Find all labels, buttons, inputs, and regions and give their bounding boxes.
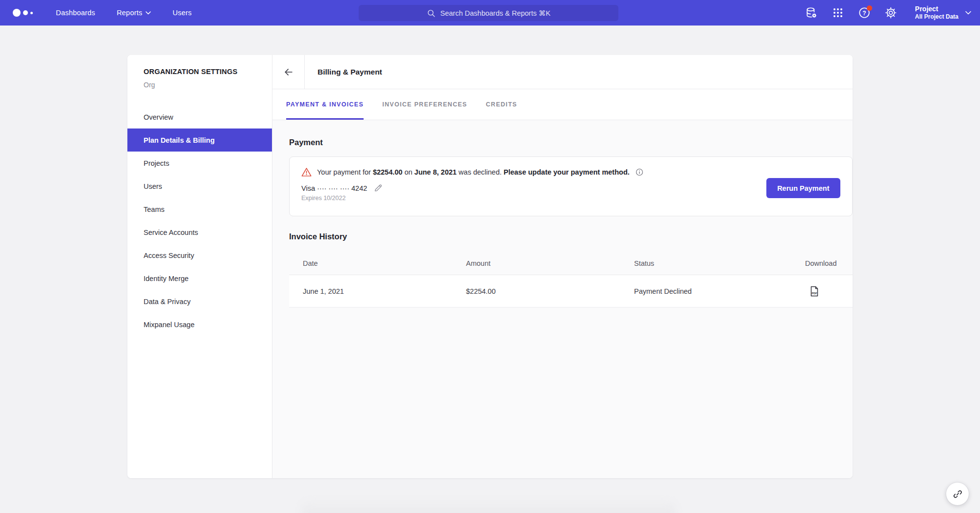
sidebar-item-label: Overview: [144, 113, 173, 121]
page-header: Billing & Payment: [272, 55, 853, 89]
mixpanel-logo-icon[interactable]: [13, 9, 38, 17]
warning-icon: [301, 167, 312, 177]
sidebar-item-service-accounts[interactable]: Service Accounts: [127, 221, 272, 244]
alert-mid: on: [402, 168, 414, 176]
sidebar-item-teams[interactable]: Teams: [127, 198, 272, 221]
chevron-down-icon: [146, 11, 151, 15]
column-header-date: Date: [303, 259, 466, 267]
payment-method-row: Visa ···· ···· ···· 4242: [301, 183, 840, 193]
sidebar-menu: Overview Plan Details & Billing Projects…: [127, 105, 272, 336]
sidebar-item-label: Access Security: [144, 252, 194, 259]
alert-declined: was declined.: [457, 168, 504, 176]
sidebar-item-users[interactable]: Users: [127, 175, 272, 198]
sidebar-item-label: Data & Privacy: [144, 298, 191, 306]
apps-grid-icon[interactable]: [832, 6, 844, 19]
alert-text: Your payment for $2254.00 on June 8, 202…: [317, 168, 630, 176]
sidebar-item-label: Teams: [144, 205, 165, 213]
project-label: Project: [915, 5, 958, 14]
sidebar-item-identity-merge[interactable]: Identity Merge: [127, 267, 272, 290]
sidebar-item-label: Projects: [144, 159, 169, 167]
top-navbar: Dashboards Reports Users Search Dashboar…: [0, 0, 980, 26]
sidebar-item-plan-details-billing[interactable]: Plan Details & Billing: [127, 128, 272, 152]
project-switcher-text: Project All Project Data: [915, 5, 958, 21]
sidebar-heading: ORGANIZATION SETTINGS: [144, 68, 272, 76]
sidebar-item-label: Plan Details & Billing: [144, 136, 215, 144]
tabs: PAYMENT & INVOICES INVOICE PREFERENCES C…: [272, 89, 853, 120]
tab-payment-invoices[interactable]: PAYMENT & INVOICES: [286, 89, 364, 120]
settings-panel: ORGANIZATION SETTINGS Org Overview Plan …: [127, 55, 853, 478]
settings-main: Billing & Payment PAYMENT & INVOICES INV…: [272, 55, 853, 478]
back-button[interactable]: [272, 55, 305, 89]
bottom-shadow: [301, 501, 676, 513]
project-value: All Project Data: [915, 13, 958, 21]
invoice-table: Date Amount Status Download June 1, 2021…: [289, 252, 853, 308]
settings-gear-icon[interactable]: [884, 6, 897, 19]
invoice-table-header: Date Amount Status Download: [289, 252, 853, 275]
nav-item-dashboards[interactable]: Dashboards: [56, 9, 95, 17]
svg-text:?: ?: [863, 10, 866, 17]
column-header-amount: Amount: [466, 259, 634, 267]
alert-prefix: Your payment for: [317, 168, 373, 176]
column-header-status: Status: [634, 259, 805, 267]
search-icon: [427, 9, 436, 18]
search-placeholder: Search Dashboards & Reports ⌘K: [441, 9, 551, 17]
card-expiry: Expires 10/2022: [301, 195, 840, 202]
table-row: June 1, 2021 $2254.00 Payment Declined P…: [289, 275, 853, 308]
page-title: Billing & Payment: [305, 55, 382, 89]
tab-content: Payment Your payment for $2254.00 on Jun…: [272, 120, 853, 478]
project-switcher[interactable]: Project All Project Data: [915, 5, 971, 21]
svg-text:PDF: PDF: [811, 291, 817, 294]
help-icon[interactable]: ?: [858, 6, 871, 19]
invoice-status: Payment Declined: [634, 287, 805, 295]
nav-item-reports[interactable]: Reports: [117, 9, 151, 17]
sidebar-item-projects[interactable]: Projects: [127, 152, 272, 175]
alert-date: June 8, 2021: [415, 168, 457, 176]
info-icon[interactable]: [635, 168, 644, 177]
org-name: Org: [144, 81, 272, 89]
copy-link-button[interactable]: [946, 483, 969, 505]
sidebar-item-label: Users: [144, 182, 162, 190]
invoice-amount: $2254.00: [466, 287, 634, 295]
arrow-left-icon: [283, 67, 294, 77]
sidebar-item-label: Identity Merge: [144, 275, 189, 282]
nav-item-label: Users: [172, 9, 192, 17]
nav-item-label: Dashboards: [56, 9, 95, 17]
invoice-download-cell: PDF: [805, 286, 839, 297]
sidebar-item-access-security[interactable]: Access Security: [127, 244, 272, 267]
column-header-download: Download: [805, 259, 839, 267]
payment-declined-alert: Your payment for $2254.00 on June 8, 202…: [301, 167, 840, 177]
nav-item-users[interactable]: Users: [172, 9, 192, 17]
sidebar-item-overview[interactable]: Overview: [127, 105, 272, 128]
rerun-payment-button[interactable]: Rerun Payment: [766, 178, 840, 198]
sidebar-item-mixpanel-usage[interactable]: Mixpanel Usage: [127, 313, 272, 336]
settings-sidebar: ORGANIZATION SETTINGS Org Overview Plan …: [127, 55, 272, 478]
invoice-date: June 1, 2021: [303, 287, 466, 295]
tab-invoice-preferences[interactable]: INVOICE PREFERENCES: [382, 89, 467, 120]
nav-item-label: Reports: [117, 9, 142, 17]
download-pdf-icon[interactable]: PDF: [809, 286, 819, 297]
sidebar-item-data-privacy[interactable]: Data & Privacy: [127, 290, 272, 313]
alert-action: Please update your payment method.: [504, 168, 630, 176]
payment-section-title: Payment: [289, 138, 853, 147]
sidebar-item-label: Service Accounts: [144, 229, 198, 236]
edit-pencil-icon[interactable]: [373, 183, 383, 193]
chevron-down-icon: [965, 11, 971, 15]
data-management-icon[interactable]: [805, 6, 818, 19]
sidebar-item-label: Mixpanel Usage: [144, 321, 195, 329]
primary-nav: Dashboards Reports Users: [56, 9, 192, 17]
tab-credits[interactable]: CREDITS: [486, 89, 517, 120]
payment-card: Your payment for $2254.00 on June 8, 202…: [289, 156, 853, 216]
search-input[interactable]: Search Dashboards & Reports ⌘K: [359, 5, 618, 21]
card-number: Visa ···· ···· ···· 4242: [301, 184, 367, 192]
notification-badge: [867, 5, 872, 11]
invoice-history-title: Invoice History: [289, 232, 853, 241]
navbar-right: ? Project All Project Data: [805, 0, 971, 26]
link-icon: [953, 489, 963, 499]
alert-amount: $2254.00: [373, 168, 402, 176]
